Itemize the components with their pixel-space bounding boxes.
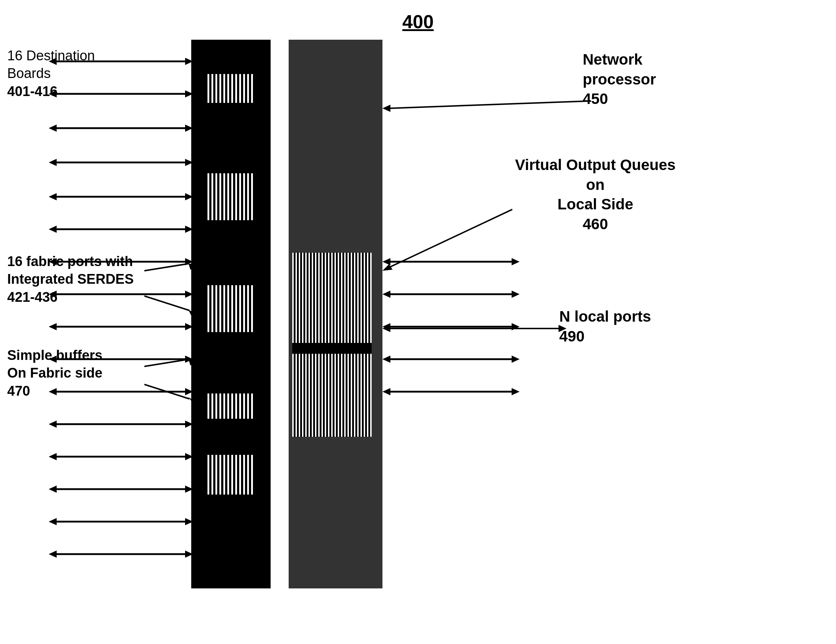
svg-marker-14 [49, 193, 57, 200]
arrow-right-row-10 [382, 354, 519, 364]
svg-marker-77 [382, 325, 390, 332]
svg-marker-3 [185, 58, 193, 65]
diagram-container: 400 [0, 0, 836, 644]
simple-buffers-label: Simple buffers On Fabric side 470 [7, 347, 144, 400]
svg-line-64 [390, 101, 588, 108]
svg-marker-26 [49, 323, 57, 330]
svg-marker-27 [185, 323, 193, 330]
stripe-left-3 [207, 285, 255, 332]
svg-marker-53 [382, 291, 390, 298]
svg-marker-62 [382, 388, 390, 395]
svg-marker-73 [189, 357, 197, 366]
svg-marker-15 [185, 193, 193, 200]
arrow-row-6 [49, 224, 193, 235]
svg-marker-44 [49, 518, 57, 525]
svg-marker-47 [49, 551, 57, 558]
stripe-left-5 [207, 455, 255, 495]
svg-marker-8 [49, 124, 57, 132]
svg-marker-17 [49, 226, 57, 233]
stripe-left-2 [207, 173, 255, 220]
svg-marker-45 [185, 518, 193, 525]
arrow-row-13 [49, 451, 193, 462]
svg-marker-69 [189, 262, 197, 270]
svg-line-66 [390, 209, 512, 267]
svg-marker-54 [512, 291, 519, 298]
svg-marker-9 [185, 124, 193, 132]
svg-marker-42 [185, 485, 193, 493]
arrow-right-row-11 [382, 386, 519, 397]
svg-line-74 [144, 384, 189, 399]
split-line [269, 40, 291, 588]
destination-boards-label: 16 Destination Boards 401-416 [7, 47, 137, 100]
svg-marker-71 [188, 310, 197, 315]
stripe-left-4 [207, 394, 255, 419]
svg-marker-65 [382, 105, 390, 112]
arrow-row-15 [49, 516, 193, 527]
svg-marker-51 [512, 258, 519, 265]
arrow-row-3 [49, 123, 193, 134]
svg-marker-78 [558, 325, 567, 332]
svg-marker-39 [185, 453, 193, 460]
svg-marker-35 [49, 420, 57, 428]
arrow-right-row-8 [382, 289, 519, 300]
svg-marker-18 [185, 226, 193, 233]
arrow-row-4 [49, 157, 193, 168]
voq-label: Virtual Output Queues on Local Side 460 [505, 155, 686, 234]
simple-buffers-callout-2 [144, 379, 197, 408]
arrow-row-16 [49, 549, 193, 559]
arrow-row-5 [49, 191, 193, 202]
arrow-row-12 [49, 419, 193, 430]
svg-marker-11 [49, 159, 57, 166]
svg-marker-63 [512, 388, 519, 395]
svg-marker-12 [185, 159, 193, 166]
fabric-ports-label: 16 fabric ports with Integrated SERDES 4… [7, 253, 144, 306]
voq-gap [292, 343, 372, 354]
voq-callout [382, 202, 512, 275]
n-local-ports-label: N local ports 490 [559, 307, 651, 346]
svg-marker-60 [512, 356, 519, 363]
arrow-row-14 [49, 484, 193, 495]
svg-marker-41 [49, 485, 57, 493]
stripe-left-1 [207, 74, 255, 103]
n-local-ports-callout [382, 318, 567, 339]
svg-line-68 [144, 263, 189, 271]
svg-marker-36 [185, 420, 193, 428]
network-processor-callout [382, 72, 588, 144]
figure-number: 400 [402, 11, 434, 33]
svg-marker-67 [382, 264, 393, 271]
svg-marker-75 [188, 397, 197, 402]
svg-line-72 [144, 359, 189, 366]
network-processor-label: Network processor 450 [583, 50, 656, 109]
fabric-ports-callout-2 [144, 285, 197, 321]
svg-line-70 [144, 296, 189, 311]
svg-marker-59 [382, 356, 390, 363]
svg-marker-38 [49, 453, 57, 460]
arrow-row-9 [49, 321, 193, 332]
svg-marker-48 [185, 551, 193, 558]
svg-marker-6 [185, 90, 193, 98]
